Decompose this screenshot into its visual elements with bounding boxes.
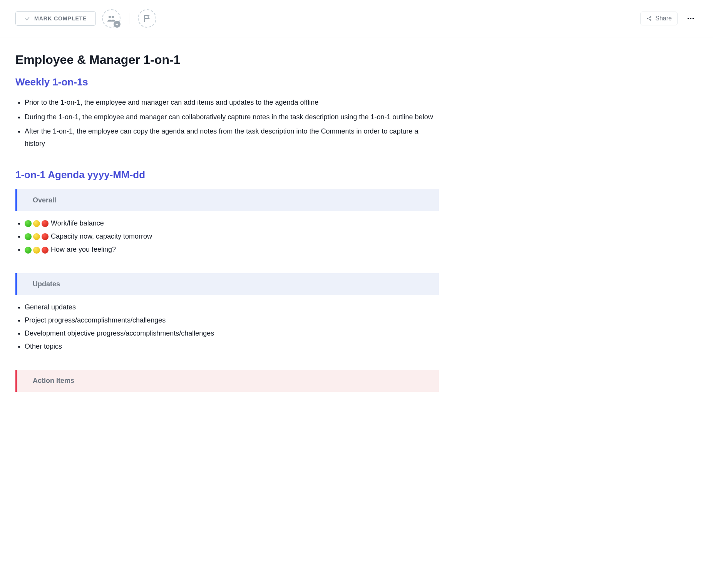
yellow-dot-icon <box>33 247 40 254</box>
list-item: Development objective progress/accomplis… <box>25 327 439 340</box>
share-button[interactable]: Share <box>640 12 678 25</box>
list-item: Capacity now, capacity tomorrow <box>25 230 439 243</box>
plus-icon: + <box>114 21 121 28</box>
red-dot-icon <box>42 220 49 227</box>
weekly-heading: Weekly 1-on-1s <box>15 76 439 88</box>
ellipsis-icon <box>686 14 695 23</box>
status-dots <box>25 233 49 240</box>
red-dot-icon <box>42 233 49 240</box>
list-item: Prior to the 1-on-1, the employee and ma… <box>25 97 439 109</box>
check-icon <box>24 15 30 22</box>
divider <box>129 13 129 24</box>
green-dot-icon <box>25 220 32 227</box>
list-item: After the 1-on-1, the employee can copy … <box>25 125 439 150</box>
weekly-bullets-list: Prior to the 1-on-1, the employee and ma… <box>15 97 439 150</box>
list-item: How are you feeling? <box>25 243 439 256</box>
section-heading: Overall <box>15 189 439 211</box>
page-title: Employee & Manager 1-on-1 <box>15 53 439 67</box>
list-item: Other topics <box>25 340 439 353</box>
svg-point-3 <box>650 16 651 17</box>
flag-icon <box>142 14 152 23</box>
mark-complete-label: MARK COMPLETE <box>34 15 87 22</box>
item-text: Work/life balance <box>51 219 104 227</box>
svg-point-4 <box>650 19 651 20</box>
item-text: Capacity now, capacity tomorrow <box>51 232 152 240</box>
section-items-list: General updatesProject progress/accompli… <box>15 301 439 353</box>
document-content: Employee & Manager 1-on-1 Weekly 1-on-1s… <box>0 37 454 413</box>
green-dot-icon <box>25 247 32 254</box>
svg-point-7 <box>693 18 694 19</box>
section-heading: Action Items <box>15 370 439 392</box>
list-item: General updates <box>25 301 439 314</box>
section-heading: Updates <box>15 273 439 295</box>
svg-point-6 <box>690 18 691 19</box>
svg-point-2 <box>647 18 648 19</box>
share-icon <box>646 15 652 22</box>
status-dots <box>25 247 49 254</box>
item-text: How are you feeling? <box>51 246 116 253</box>
status-dots <box>25 220 49 227</box>
add-assignee-button[interactable]: + <box>102 9 121 28</box>
yellow-dot-icon <box>33 220 40 227</box>
section-items-list: Work/life balanceCapacity now, capacity … <box>15 217 439 256</box>
yellow-dot-icon <box>33 233 40 240</box>
topbar: MARK COMPLETE + Share <box>0 0 713 37</box>
svg-point-5 <box>688 18 689 19</box>
svg-point-1 <box>112 16 114 18</box>
list-item: During the 1-on-1, the employee and mana… <box>25 111 439 124</box>
list-item: Project progress/accomplishments/challen… <box>25 314 439 327</box>
red-dot-icon <box>42 247 49 254</box>
mark-complete-button[interactable]: MARK COMPLETE <box>15 11 96 26</box>
more-actions-button[interactable] <box>684 12 698 25</box>
list-item: Work/life balance <box>25 217 439 230</box>
agenda-heading: 1-on-1 Agenda yyyy-MM-dd <box>15 169 439 181</box>
add-flag-button[interactable] <box>138 9 156 28</box>
svg-point-0 <box>109 16 111 18</box>
green-dot-icon <box>25 233 32 240</box>
share-label: Share <box>655 15 672 22</box>
